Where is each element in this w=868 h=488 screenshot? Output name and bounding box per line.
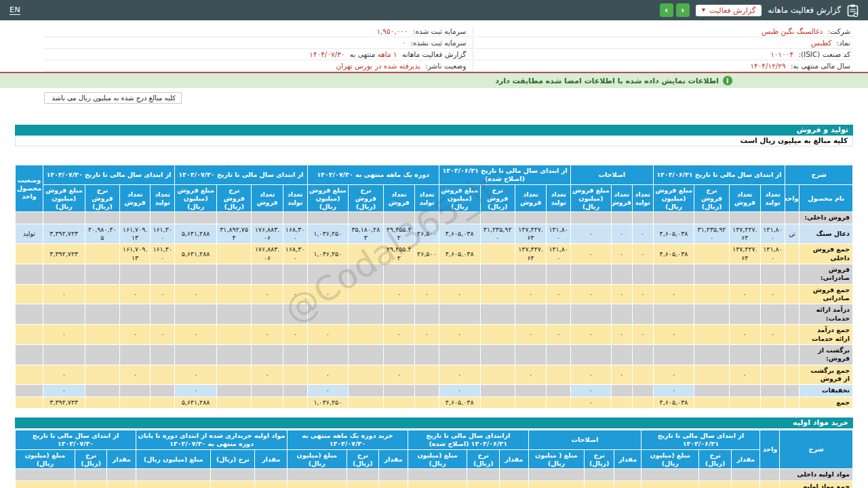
value-cell <box>217 244 252 264</box>
table-cell <box>349 264 383 285</box>
language-toggle-en[interactable]: EN <box>9 5 20 15</box>
table-cell <box>217 212 252 224</box>
table-cell <box>307 264 349 285</box>
value-cell <box>349 244 383 264</box>
table-cell <box>547 304 571 325</box>
value-cell: ۰ <box>439 284 480 304</box>
column-header: مبلغ (میلیون ریال) <box>408 449 467 469</box>
raw-materials-table: شرحواحداز ابتدای سال مالی تا تاریخ ۱۴۰۴/… <box>15 430 853 488</box>
company-info-panel: شرکت: ذغالسنگ نگین طبس سرمایه ثبت شده: ۱… <box>44 26 853 72</box>
value-cell <box>480 284 515 304</box>
value-cell: ۰ <box>107 481 136 488</box>
table-cell <box>119 344 150 365</box>
column-header: مبلغ فروش (میلیون ریال) <box>571 184 612 212</box>
row-label-cell: جمع فروش صادراتی <box>800 284 853 304</box>
navbar-report-group: گزارش فعالیت ماهانه گزارش فعالیت ▼ ‹ › <box>660 3 859 17</box>
table-cell <box>480 304 515 325</box>
info-row: کد صنعت (ISIC): ۱۰۱۰۰۴ گزارش فعالیت ماها… <box>44 49 853 60</box>
table-cell <box>699 469 732 481</box>
table-cell <box>632 344 653 365</box>
column-header: مبلغ فروش (میلیون ریال) <box>175 184 217 212</box>
company-value: ذغالسنگ نگین طبس <box>762 27 823 35</box>
value-cell: ۵,۶۴۱,۲۸۸ <box>175 244 217 264</box>
value-cell <box>415 385 439 396</box>
value-cell: ۰ <box>571 244 612 264</box>
value-cell: ۰ <box>415 325 439 345</box>
column-group-header: از ابتدای سال مالی تا تاریخ ۱۴۰۴/۰۶/۳۱ (… <box>439 165 570 185</box>
value-cell <box>151 385 175 396</box>
row-label-cell: تخفیفات <box>800 385 853 396</box>
value-cell: ۰ <box>571 365 612 385</box>
value-cell: ۰ <box>515 325 546 345</box>
column-header: مبلغ فروش (میلیون ریال) <box>653 184 694 212</box>
value-cell: ۰ <box>383 284 414 304</box>
value-cell: ۰ <box>642 481 699 488</box>
table-cell <box>547 344 571 365</box>
column-group-header: اصلاحات <box>528 430 642 449</box>
column-group-header: اصلاحات <box>571 165 654 185</box>
table-cell <box>785 304 799 325</box>
table-cell <box>785 344 799 365</box>
issuer-status-value: پذیرفته شده در بورس تهران <box>336 62 420 70</box>
table-cell <box>653 212 694 224</box>
fiscal-year-value: ۱۴۰۴/۱۲/۲۹ <box>750 62 785 70</box>
column-header: مبلغ فروش (میلیون ریال) <box>307 184 349 212</box>
value-cell: ۲۹,۴۵۵.۴۲ <box>383 244 414 264</box>
table-cell <box>287 469 347 481</box>
report-type-dropdown[interactable]: گزارش فعالیت ▼ <box>696 5 762 16</box>
unit-cell <box>785 365 799 385</box>
value-cell: ۰ <box>515 284 546 304</box>
value-cell <box>349 396 383 408</box>
report-content: تولید و فروش کلیه مبالغ به میلیون ریال ا… <box>15 125 853 488</box>
next-report-button[interactable]: › <box>676 3 690 17</box>
value-cell: ۱۴۷,۴۲۷.۶۴ <box>729 224 760 244</box>
column-group-header: از ابتدای سال مالی تا تاریخ ۱۴۰۳/۰۷/۳۰ <box>43 165 174 185</box>
value-cell: ۰ <box>761 284 785 304</box>
value-cell <box>515 385 546 396</box>
column-header: تعداد تولید <box>761 184 785 212</box>
value-cell <box>151 396 175 408</box>
table-cell <box>415 304 439 325</box>
table-cell <box>119 212 150 224</box>
table-cell <box>85 304 119 325</box>
value-cell <box>85 284 119 304</box>
row-label-cell: جمع برگشت از فروش <box>800 365 853 385</box>
row-label-cell: فروش صادراتی: <box>800 264 853 285</box>
table-cell <box>85 264 119 285</box>
prev-report-button[interactable]: ‹ <box>660 3 673 17</box>
table-cell <box>349 344 383 365</box>
value-cell: ۳۱,۲۳۵,۹۲۰ <box>694 224 729 244</box>
column-header: نرخ فروش (ریال) <box>349 184 383 212</box>
row-label-cell: فروش داخلی: <box>800 212 853 224</box>
table-cell <box>571 344 612 365</box>
raw-materials-title-bar: خرید مواد اولیه <box>15 418 853 428</box>
table-cell <box>694 344 729 365</box>
table-cell <box>307 212 349 224</box>
value-cell <box>761 385 785 396</box>
value-cell: ۰ <box>287 481 347 488</box>
value-cell: ۰ <box>699 481 732 488</box>
table-cell <box>43 304 85 325</box>
table-cell <box>547 212 571 224</box>
table-cell <box>415 212 439 224</box>
value-cell: ۰ <box>43 365 85 385</box>
status-cell <box>16 365 43 385</box>
value-cell: ۴,۶۰۵,۰۳۸ <box>653 224 694 244</box>
value-cell: ۱۴۱,۸۰۰ <box>761 244 785 264</box>
signature-match-text: اطلاعات نمایش داده شده با اطلاعات امضا ش… <box>495 77 719 85</box>
table-cell <box>107 469 136 481</box>
column-header: مبلغ (میلیون ریال) <box>287 449 347 469</box>
column-header: تعداد فروش <box>252 184 283 212</box>
value-cell: ۰ <box>528 481 585 488</box>
column-header: نرخ (ریال) <box>347 449 379 469</box>
table-row: جمع فروش داخلی۱۴۱,۸۰۰۱۴۷,۴۲۷.۶۴۴,۶۰۵,۰۳۸… <box>16 244 853 264</box>
value-cell: ۰ <box>16 481 75 488</box>
value-cell: ۰ <box>585 481 614 488</box>
value-cell: ۰ <box>729 284 760 304</box>
column-header: مقدار <box>731 449 760 469</box>
row-label-cell: جمع فروش داخلی <box>800 244 853 264</box>
column-group-header: واحد <box>760 430 780 469</box>
table-cell <box>85 212 119 224</box>
value-cell: ۰ <box>175 365 217 385</box>
table-cell <box>653 344 694 365</box>
